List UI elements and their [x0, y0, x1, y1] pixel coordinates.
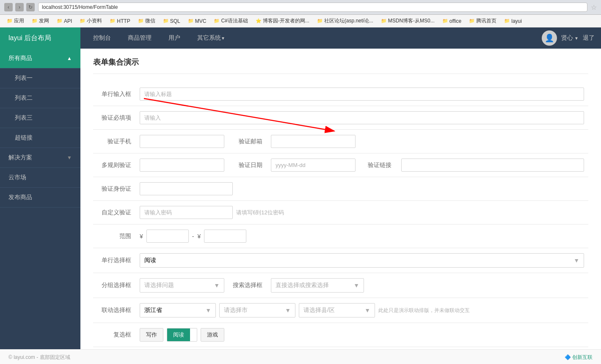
search-select-placeholder: 直接选择或搜索选择	[276, 282, 329, 289]
bookmark-apps[interactable]: 应用	[3, 16, 28, 25]
range-separator: -	[192, 233, 194, 240]
cell-id	[135, 177, 588, 201]
nav-logout-button[interactable]: 退了	[583, 34, 595, 42]
top-nav: layui 后台布局 控制台 商品管理 用户 其它系统 👤 贤心 退了	[0, 27, 601, 49]
group-select-arrow-icon: ▼	[214, 282, 220, 289]
link-input-field[interactable]	[401, 159, 584, 172]
label-multi-validate: 多规则验证	[93, 153, 135, 177]
logo-icon: 🔷	[565, 354, 571, 360]
id-input-field[interactable]	[140, 182, 233, 195]
email-input-field[interactable]	[271, 135, 356, 148]
bookmark-layui[interactable]: layui	[501, 17, 525, 25]
label-linked-select: 联动选择框	[93, 298, 135, 323]
row-phone-email: 验证手机 验证邮箱	[93, 130, 588, 153]
label-phone: 验证手机	[93, 130, 135, 153]
nav-username[interactable]: 贤心	[561, 34, 579, 42]
phone-input-field[interactable]	[140, 135, 224, 148]
nav-menu: 控制台 商品管理 用户 其它系统	[80, 27, 535, 49]
bookmark-xiaoziliao[interactable]: 小资料	[76, 16, 105, 25]
custom-password-field[interactable]	[140, 206, 233, 219]
row-single-select: 单行选择框 阅读 ▼	[93, 248, 588, 273]
checkbox-read[interactable]: 阅读 ✓	[167, 328, 197, 342]
cell-range: ¥ - ¥	[135, 224, 588, 248]
sidebar-item-list3[interactable]: 列表三	[0, 108, 80, 128]
row-linked-select: 联动选择框 浙江省 ▼ 请选择市 ▼	[93, 298, 588, 323]
sidebar-item-label: 列表一	[15, 74, 33, 82]
sidebar-item-market[interactable]: 云市场	[0, 168, 80, 188]
linked-select-note: 此处只是演示联动排版，并未做联动交互	[378, 307, 470, 314]
row-multi-date-link: 多规则验证 验证日期 验证链接	[93, 153, 588, 177]
cell-date	[267, 153, 360, 177]
bookmark-weixin[interactable]: 微信	[135, 16, 159, 25]
bookmark-bokeyuan[interactable]: 博客园-开发者的网...	[252, 16, 313, 25]
nav-item-dashboard[interactable]: 控制台	[85, 27, 119, 49]
custom-hint-text: 请填写6到12位密码	[236, 209, 284, 216]
single-select-control[interactable]: 阅读 ▼	[140, 253, 584, 268]
sidebar-item-all-products[interactable]: 所有商品 ▲	[0, 49, 80, 68]
sidebar-item-link[interactable]: 超链接	[0, 128, 80, 148]
nav-item-products[interactable]: 商品管理	[119, 27, 160, 49]
bookmark-star-icon[interactable]: ☆	[591, 3, 597, 11]
single-select-value: 阅读	[144, 257, 156, 264]
main-area: 所有商品 ▲ 列表一 列表二 列表三 超链接 解决方案 ▼ 云市场	[0, 49, 601, 349]
bookmark-mvc[interactable]: MVC	[185, 17, 210, 25]
range-min-field[interactable]	[146, 230, 189, 243]
custom-input-group: 请填写6到12位密码	[140, 206, 584, 219]
checkbox-write[interactable]: 写作	[140, 328, 163, 342]
sidebar-arrow-down-icon: ▼	[67, 155, 72, 161]
bookmark-sql[interactable]: SQL	[160, 17, 184, 25]
browser-controls: ‹ › ↻	[4, 3, 35, 11]
single-input-field[interactable]	[140, 88, 584, 101]
row-id: 验证身份证	[93, 177, 588, 201]
city-arrow-icon: ▼	[285, 307, 291, 314]
sidebar-item-label: 列表三	[15, 114, 33, 122]
range-group: ¥ - ¥	[140, 230, 584, 243]
linked-select-group: 浙江省 ▼ 请选择市 ▼ 请选择县/区 ▼	[140, 303, 584, 317]
label-custom: 自定义验证	[93, 201, 135, 224]
bookmark-csharp[interactable]: C#语法基础	[210, 16, 251, 25]
sidebar-item-publish[interactable]: 发布商品	[0, 188, 80, 208]
bookmark-http[interactable]: HTTP	[106, 17, 133, 25]
label-date: 验证日期	[229, 153, 267, 177]
checkbox-game[interactable]: 游戏	[201, 328, 224, 342]
district-select[interactable]: 请选择县/区 ▼	[299, 303, 375, 317]
bookmark-tencent[interactable]: 腾讯首页	[466, 16, 500, 25]
bookmark-office[interactable]: office	[439, 17, 465, 25]
nav-item-users[interactable]: 用户	[160, 27, 189, 49]
nav-item-other[interactable]: 其它系统	[189, 27, 234, 49]
search-select-control[interactable]: 直接选择或搜索选择 ▼	[271, 278, 364, 293]
bookmark-msdn[interactable]: MSDN博客-从MS0...	[378, 16, 438, 25]
city-select[interactable]: 请选择市 ▼	[219, 303, 295, 317]
refresh-button[interactable]: ↻	[26, 3, 35, 11]
sidebar-item-list2[interactable]: 列表二	[0, 88, 80, 108]
back-button[interactable]: ‹	[4, 3, 13, 11]
group-select-control[interactable]: 请选择问题 ▼	[140, 278, 224, 293]
row-group-search-select: 分组选择框 请选择问题 ▼ 搜索选择框 直接选择或搜索选择 ▼	[93, 273, 588, 298]
label-link: 验证链接	[364, 161, 398, 169]
forward-button[interactable]: ›	[15, 3, 24, 11]
required-input-field[interactable]	[140, 111, 584, 124]
address-bar[interactable]	[38, 3, 587, 12]
multi-validate-field[interactable]	[140, 159, 224, 172]
sidebar-item-label: 列表二	[15, 94, 33, 102]
label-id: 验证身份证	[93, 177, 135, 201]
nav-brand: layui 后台布局	[0, 27, 80, 49]
bookmark-shequ[interactable]: 社区论坛(asp.neti论...	[314, 16, 377, 25]
sidebar: 所有商品 ▲ 列表一 列表二 列表三 超链接 解决方案 ▼ 云市场	[0, 49, 80, 349]
label-required: 验证必填项	[93, 106, 135, 130]
date-input-field[interactable]	[271, 159, 356, 172]
form-content-wrapper: 单行输入框 验证必填项 验证手机	[93, 82, 588, 349]
bookmark-fawang[interactable]: 发网	[28, 16, 52, 25]
row-orig-checkbox: 原始复选框 写作 阅读	[93, 347, 588, 350]
label-email: 验证邮箱	[229, 130, 267, 153]
province-select[interactable]: 浙江省 ▼	[140, 303, 216, 317]
district-arrow-icon: ▼	[364, 307, 370, 314]
range-max-field[interactable]	[204, 230, 246, 243]
bookmark-api[interactable]: API	[53, 17, 75, 25]
search-select-arrow-icon: ▼	[353, 282, 359, 289]
row-custom: 自定义验证 请填写6到12位密码	[93, 201, 588, 224]
sidebar-item-solution[interactable]: 解决方案 ▼	[0, 148, 80, 168]
sidebar-item-list1[interactable]: 列表一	[0, 68, 80, 88]
sidebar-arrow-up-icon: ▲	[67, 55, 72, 61]
cell-single-input	[135, 82, 588, 106]
